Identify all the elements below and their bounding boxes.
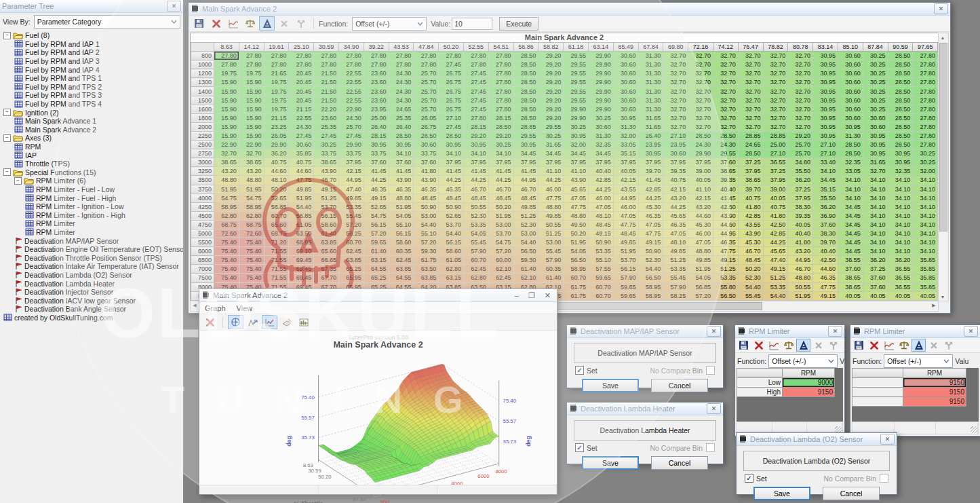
tree-item[interactable]: created by OldSkullTuning.com — [0, 314, 183, 322]
grid-cell[interactable]: 63.15 — [439, 274, 464, 282]
grid-cell[interactable]: 33.75 — [414, 149, 439, 158]
grid-cell[interactable]: 34.10 — [888, 211, 913, 220]
grid-cell[interactable]: 37.25 — [763, 167, 788, 176]
grid-cell[interactable]: 43.55 — [738, 220, 763, 229]
grid-cell[interactable]: 57.55 — [588, 265, 613, 274]
grid-cell[interactable]: 32.70 — [738, 96, 763, 105]
row-header[interactable]: 1600 — [191, 105, 214, 113]
grid-cell[interactable]: 54.75 — [239, 193, 264, 202]
grid-cell[interactable]: 54.05 — [389, 211, 414, 220]
grid-cell[interactable]: 24.30 — [338, 113, 364, 122]
grid-cell[interactable]: 30.95 — [813, 122, 838, 131]
grid-cell[interactable]: 34.10 — [913, 176, 938, 185]
grid-cell[interactable]: 25.70 — [414, 87, 439, 96]
grid-cell[interactable]: 65.25 — [338, 265, 364, 274]
grid-cell[interactable]: 35.15 — [813, 185, 838, 193]
grid-cell[interactable]: 51.95 — [564, 238, 589, 247]
grid-cell[interactable]: 30.95 — [813, 78, 838, 87]
column-header[interactable]: 39.22 — [364, 43, 389, 52]
grid-cell[interactable]: 30.25 — [913, 149, 938, 158]
grid-cell[interactable]: 32.70 — [738, 60, 763, 69]
grid-cell[interactable]: 27.80 — [239, 52, 264, 60]
grid-cell[interactable]: 25.35 — [314, 122, 339, 131]
grid-cell[interactable]: 41.45 — [713, 193, 738, 202]
grid-cell[interactable]: 37.95 — [638, 158, 663, 167]
grid-cell[interactable]: 34.10 — [463, 149, 488, 158]
column-header[interactable]: 61.18 — [564, 43, 589, 52]
grid-cell[interactable]: 23.60 — [314, 113, 339, 122]
graph-icon[interactable] — [796, 339, 810, 352]
grid-cell[interactable]: 39.35 — [713, 176, 738, 185]
grid-cell[interactable]: 32.70 — [763, 122, 788, 131]
grid-cell[interactable]: 30.60 — [838, 60, 863, 69]
grid-cell[interactable]: 51.25 — [513, 211, 538, 220]
grid-cell[interactable]: 34.10 — [838, 176, 863, 185]
grid-cell[interactable]: 32.70 — [663, 52, 688, 60]
grid-cell[interactable]: 38.30 — [813, 229, 838, 238]
grid-cell[interactable]: 34.45 — [588, 149, 613, 158]
grid-cell[interactable]: 23.60 — [364, 78, 389, 87]
grid-cell[interactable]: 20.45 — [289, 87, 314, 96]
grid-cell[interactable]: 49.85 — [513, 202, 538, 211]
grid-cell[interactable]: 47.05 — [588, 202, 613, 211]
grid-cell[interactable]: 49.85 — [688, 256, 713, 265]
grid-cell[interactable]: 28.50 — [713, 131, 738, 140]
column-header[interactable]: 56.86 — [513, 43, 538, 52]
grid-cell[interactable]: 40.75 — [763, 202, 788, 211]
grid-cell[interactable]: 37.60 — [863, 282, 888, 291]
grid-cell[interactable]: 40.05 — [913, 291, 938, 300]
grid-cell[interactable]: 30.25 — [588, 113, 613, 122]
grid-cell[interactable]: 37.95 — [738, 167, 763, 176]
column-header[interactable]: 83.14 — [813, 43, 838, 52]
grid-cell[interactable]: 46.70 — [314, 176, 339, 185]
grid-cell[interactable]: 62.80 — [214, 211, 239, 220]
grid-cell[interactable]: 60.35 — [389, 247, 414, 256]
limiter-value-cell[interactable]: 9150 — [783, 388, 835, 397]
grid-cell[interactable]: 32.70 — [663, 96, 688, 105]
grid-cell[interactable]: 32.70 — [763, 105, 788, 113]
grid-cell[interactable]: 65.60 — [314, 247, 339, 256]
grid-cell[interactable]: 30.95 — [638, 149, 663, 158]
grid-cell[interactable]: 41.10 — [538, 167, 564, 176]
grid-cell[interactable]: 28.50 — [513, 60, 538, 69]
grid-cell[interactable]: 34.45 — [813, 176, 838, 185]
grid-cell[interactable]: 54.05 — [564, 247, 589, 256]
grid-cell[interactable]: 53.35 — [463, 220, 488, 229]
grid-cell[interactable]: 44.60 — [688, 211, 713, 220]
grid-cell[interactable]: 32.70 — [663, 60, 688, 69]
grid-cell[interactable]: 29.90 — [588, 78, 613, 87]
grid-cell[interactable]: 34.10 — [888, 193, 913, 202]
grid-cell[interactable]: 29.55 — [564, 96, 589, 105]
grid-cell[interactable]: 44.25 — [663, 202, 688, 211]
grid-cell[interactable]: 28.50 — [513, 78, 538, 87]
grid-cell[interactable]: 32.70 — [788, 113, 813, 122]
grid-cell[interactable]: 37.60 — [813, 220, 838, 229]
grid-cell[interactable]: 44.60 — [289, 167, 314, 176]
grid-cell[interactable]: 37.25 — [738, 158, 763, 167]
grid-cell[interactable]: 24.30 — [688, 141, 713, 149]
grid-cell[interactable]: 38.65 — [239, 158, 264, 167]
grid-cell[interactable]: 37.25 — [863, 265, 888, 274]
grid-cell[interactable]: 54.40 — [738, 282, 763, 291]
grid-cell[interactable]: 50.20 — [564, 229, 589, 238]
grid-cell[interactable]: 28.50 — [738, 149, 763, 158]
grid-cell[interactable]: 58.25 — [663, 291, 688, 300]
grid-cell[interactable]: 32.70 — [713, 105, 738, 113]
tree-item[interactable]: Fuel by RPM and TPS 4 — [0, 100, 183, 109]
grid-cell[interactable]: 15.90 — [214, 113, 239, 122]
grid-cell[interactable]: 53.00 — [513, 229, 538, 238]
grid-cell[interactable]: 32.70 — [738, 52, 763, 60]
grid-cell[interactable]: 34.10 — [888, 238, 913, 247]
column-header[interactable]: 78.82 — [763, 43, 788, 52]
grid-cell[interactable]: 29.90 — [588, 52, 613, 60]
grid-cell[interactable]: 28.85 — [738, 131, 763, 140]
grid-cell[interactable]: 51.95 — [214, 185, 239, 193]
grid-cell[interactable]: 15.90 — [239, 131, 264, 140]
surface-icon[interactable] — [279, 315, 294, 329]
grid-cell[interactable]: 75.40 — [214, 247, 239, 256]
grid-cell[interactable]: 31.30 — [638, 96, 663, 105]
grid-cell[interactable]: 35.85 — [913, 256, 938, 265]
grid-cell[interactable]: 29.20 — [538, 78, 564, 87]
grid-cell[interactable]: 30.95 — [813, 52, 838, 60]
grid-cell[interactable]: 57.20 — [364, 229, 389, 238]
